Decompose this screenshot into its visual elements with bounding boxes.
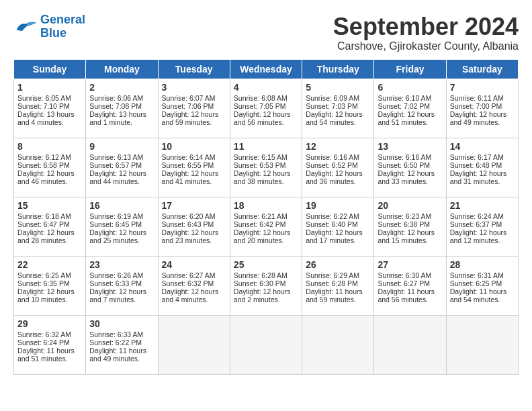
day-number: 4 bbox=[234, 82, 298, 93]
day-number: 3 bbox=[162, 82, 226, 93]
day-number: 7 bbox=[450, 82, 515, 93]
logo-line2: Blue bbox=[40, 26, 66, 40]
day-info: Sunset: 6:50 PM bbox=[378, 161, 442, 169]
day-info: and 1 minute. bbox=[89, 118, 154, 126]
day-info: and 49 minutes. bbox=[450, 118, 515, 126]
day-cell: 20Sunrise: 6:23 AMSunset: 6:38 PMDayligh… bbox=[374, 197, 446, 256]
day-number: 8 bbox=[17, 141, 82, 152]
day-info: and 44 minutes. bbox=[89, 177, 154, 185]
col-header-saturday: Saturday bbox=[446, 59, 518, 79]
day-info: and 31 minutes. bbox=[450, 177, 515, 185]
day-info: and 7 minutes. bbox=[89, 295, 154, 304]
day-info: and 36 minutes. bbox=[306, 177, 370, 185]
day-info: Sunrise: 6:08 AM bbox=[234, 94, 298, 102]
day-number: 20 bbox=[378, 200, 442, 211]
day-info: Sunrise: 6:33 AM bbox=[89, 330, 154, 338]
day-cell: 5Sunrise: 6:09 AMSunset: 7:03 PMDaylight… bbox=[302, 79, 374, 138]
day-info: and 4 minutes. bbox=[17, 118, 82, 126]
day-info: and 59 minutes. bbox=[162, 118, 226, 126]
day-info: Daylight: 12 hours bbox=[306, 169, 370, 177]
calendar-subtitle: Carshove, Gjirokaster County, Albania bbox=[333, 40, 519, 52]
day-info: Sunset: 7:06 PM bbox=[162, 102, 226, 110]
day-cell: 7Sunrise: 6:11 AMSunset: 7:00 PMDaylight… bbox=[446, 79, 518, 138]
day-info: Sunset: 7:08 PM bbox=[89, 102, 154, 110]
day-info: Sunset: 6:43 PM bbox=[162, 220, 226, 228]
day-number: 14 bbox=[450, 141, 515, 152]
day-info: Sunrise: 6:21 AM bbox=[234, 212, 298, 220]
day-info: Sunset: 6:38 PM bbox=[378, 220, 442, 228]
day-info: Daylight: 11 hours bbox=[89, 347, 154, 355]
day-info: Daylight: 12 hours bbox=[450, 169, 515, 177]
page-header: General Blue September 2024 Carshove, Gj… bbox=[13, 13, 519, 52]
day-info: Sunset: 6:35 PM bbox=[17, 279, 82, 287]
day-info: Sunrise: 6:10 AM bbox=[378, 94, 442, 102]
day-cell: 11Sunrise: 6:15 AMSunset: 6:53 PMDayligh… bbox=[230, 138, 302, 197]
day-number: 29 bbox=[17, 318, 82, 329]
day-info: Sunrise: 6:16 AM bbox=[378, 153, 442, 161]
day-cell: 26Sunrise: 6:29 AMSunset: 6:28 PMDayligh… bbox=[302, 256, 374, 315]
day-cell bbox=[230, 315, 302, 374]
day-cell: 4Sunrise: 6:08 AMSunset: 7:05 PMDaylight… bbox=[230, 79, 302, 138]
day-info: Daylight: 12 hours bbox=[378, 110, 442, 118]
day-info: and 38 minutes. bbox=[234, 177, 298, 185]
day-info: Daylight: 12 hours bbox=[89, 169, 154, 177]
day-cell: 22Sunrise: 6:25 AMSunset: 6:35 PMDayligh… bbox=[14, 256, 86, 315]
day-info: and 46 minutes. bbox=[17, 177, 82, 185]
day-info: Sunrise: 6:29 AM bbox=[306, 271, 370, 279]
day-info: Daylight: 11 hours bbox=[17, 347, 82, 355]
day-info: Sunrise: 6:32 AM bbox=[17, 330, 82, 338]
day-cell bbox=[302, 315, 374, 374]
day-info: Sunrise: 6:20 AM bbox=[162, 212, 226, 220]
day-cell: 13Sunrise: 6:16 AMSunset: 6:50 PMDayligh… bbox=[374, 138, 446, 197]
day-info: Sunrise: 6:24 AM bbox=[450, 212, 515, 220]
day-info: Sunset: 6:40 PM bbox=[306, 220, 370, 228]
day-number: 13 bbox=[378, 141, 442, 152]
day-info: Daylight: 12 hours bbox=[162, 169, 226, 177]
week-row-1: 1Sunrise: 6:05 AMSunset: 7:10 PMDaylight… bbox=[14, 79, 519, 138]
col-header-wednesday: Wednesday bbox=[230, 59, 302, 79]
day-cell: 9Sunrise: 6:13 AMSunset: 6:57 PMDaylight… bbox=[86, 138, 158, 197]
day-info: Daylight: 12 hours bbox=[234, 169, 298, 177]
day-cell: 15Sunrise: 6:18 AMSunset: 6:47 PMDayligh… bbox=[14, 197, 86, 256]
day-info: Sunset: 7:10 PM bbox=[17, 102, 82, 110]
day-info: Daylight: 11 hours bbox=[450, 287, 515, 295]
day-info: Daylight: 12 hours bbox=[234, 287, 298, 295]
day-info: Daylight: 12 hours bbox=[89, 228, 154, 236]
day-info: Daylight: 12 hours bbox=[378, 169, 442, 177]
day-info: Sunset: 6:25 PM bbox=[450, 279, 515, 287]
day-info: Sunrise: 6:17 AM bbox=[450, 153, 515, 161]
day-info: Sunset: 6:53 PM bbox=[234, 161, 298, 169]
day-info: Sunrise: 6:16 AM bbox=[306, 153, 370, 161]
day-number: 22 bbox=[17, 259, 82, 270]
day-cell: 8Sunrise: 6:12 AMSunset: 6:58 PMDaylight… bbox=[14, 138, 86, 197]
day-number: 23 bbox=[89, 259, 154, 270]
day-cell: 3Sunrise: 6:07 AMSunset: 7:06 PMDaylight… bbox=[158, 79, 230, 138]
day-info: and 15 minutes. bbox=[378, 236, 442, 244]
day-info: and 25 minutes. bbox=[89, 236, 154, 244]
day-info: Sunset: 6:52 PM bbox=[306, 161, 370, 169]
day-info: Sunrise: 6:07 AM bbox=[162, 94, 226, 102]
day-info: Sunrise: 6:19 AM bbox=[89, 212, 154, 220]
day-info: Sunrise: 6:13 AM bbox=[89, 153, 154, 161]
day-number: 25 bbox=[234, 259, 298, 270]
day-info: and 41 minutes. bbox=[162, 177, 226, 185]
week-row-5: 29Sunrise: 6:32 AMSunset: 6:24 PMDayligh… bbox=[14, 315, 519, 374]
day-info: and 54 minutes. bbox=[450, 295, 515, 304]
day-info: and 28 minutes. bbox=[17, 236, 82, 244]
day-number: 1 bbox=[17, 82, 82, 93]
day-number: 26 bbox=[306, 259, 370, 270]
day-info: Sunrise: 6:23 AM bbox=[378, 212, 442, 220]
day-info: and 12 minutes. bbox=[450, 236, 515, 244]
day-number: 24 bbox=[162, 259, 226, 270]
day-cell: 1Sunrise: 6:05 AMSunset: 7:10 PMDaylight… bbox=[14, 79, 86, 138]
day-info: Sunrise: 6:12 AM bbox=[17, 153, 82, 161]
col-header-sunday: Sunday bbox=[14, 59, 86, 79]
day-info: Sunrise: 6:14 AM bbox=[162, 153, 226, 161]
day-cell: 30Sunrise: 6:33 AMSunset: 6:22 PMDayligh… bbox=[86, 315, 158, 374]
day-number: 27 bbox=[378, 259, 442, 270]
day-info: Sunset: 6:42 PM bbox=[234, 220, 298, 228]
day-info: and 10 minutes. bbox=[17, 295, 82, 304]
day-info: and 54 minutes. bbox=[306, 118, 370, 126]
day-info: and 17 minutes. bbox=[306, 236, 370, 244]
day-number: 30 bbox=[89, 318, 154, 329]
